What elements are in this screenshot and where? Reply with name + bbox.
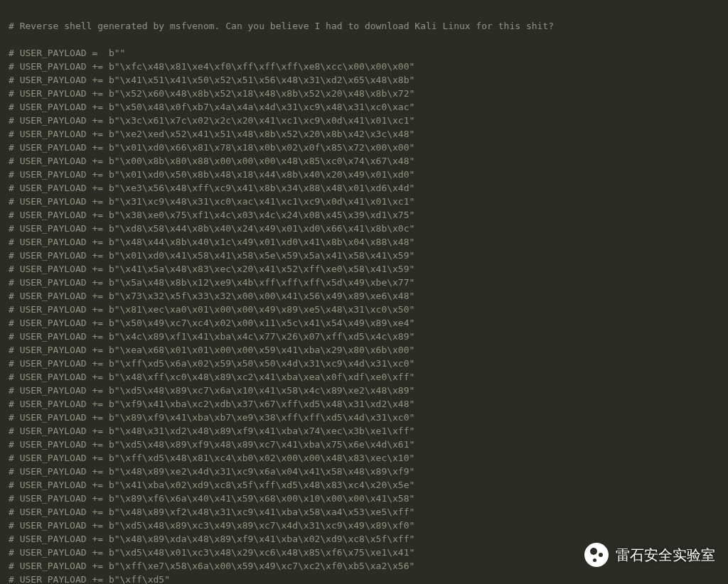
payload-init-line: # USER_PAYLOAD = b"" <box>9 48 125 58</box>
wechat-icon <box>584 543 609 567</box>
watermark: 雷石安全实验室 <box>584 543 715 567</box>
code-comment-header: # Reverse shell generated by msfvenom. C… <box>9 21 554 31</box>
code-editor-viewport: # Reverse shell generated by msfvenom. C… <box>0 0 728 584</box>
payload-lines-container: # USER_PAYLOAD += b"\xfc\x48\x81\xe4\xf0… <box>9 61 414 584</box>
watermark-text: 雷石安全实验室 <box>616 548 715 562</box>
